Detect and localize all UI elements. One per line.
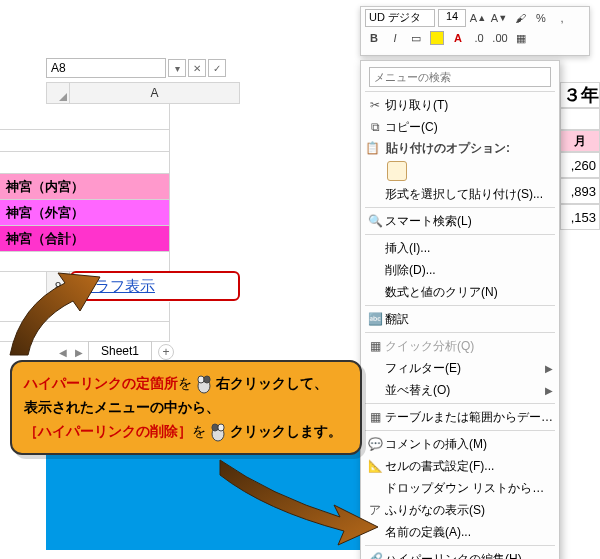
- percent-button[interactable]: %: [532, 9, 550, 27]
- menu-insert[interactable]: 挿入(I)...: [361, 237, 559, 259]
- format-painter-icon[interactable]: 🖌: [511, 9, 529, 27]
- menu-insert-comment[interactable]: 💬コメントの挿入(M): [361, 433, 559, 455]
- instruction-callout: ハイパーリンクの定箇所を 右クリックして、 表示されたメニューの中から、 ［ハイ…: [10, 360, 362, 455]
- decrease-decimal-button[interactable]: .0: [470, 29, 488, 47]
- callout-l1-red: ハイパーリンクの定箇所: [24, 375, 178, 391]
- column-header-a[interactable]: A: [70, 82, 240, 104]
- font-name-dropdown[interactable]: UD デジタ: [365, 9, 435, 27]
- add-sheet-button[interactable]: +: [158, 344, 174, 360]
- comment-icon: 💬: [365, 435, 385, 453]
- cancel-formula-icon[interactable]: ✕: [188, 59, 206, 77]
- year-title-fragment: ３年: [560, 82, 600, 108]
- menu-edit-hyperlink[interactable]: 🔗ハイパーリンクの編集(H)...: [361, 548, 559, 559]
- increase-font-button[interactable]: A▲: [469, 9, 487, 27]
- value-row-5: ,893: [560, 178, 600, 204]
- callout-l2: 表示されたメニューの中から、: [24, 396, 348, 420]
- sheet-prev-icon[interactable]: ◀: [56, 345, 70, 359]
- menu-pick-list[interactable]: ドロップダウン リストから選択(K)...: [361, 477, 559, 499]
- increase-decimal-button[interactable]: .00: [491, 29, 509, 47]
- value-row-6: ,153: [560, 204, 600, 230]
- search-icon: 🔍: [365, 212, 385, 230]
- phonetic-icon: ア: [365, 501, 385, 519]
- scissors-icon: ✂: [365, 96, 385, 114]
- analysis-icon: ▦: [365, 337, 385, 355]
- callout-l3-red: ［ハイパーリンクの削除］: [24, 423, 192, 439]
- name-box[interactable]: A8: [46, 58, 166, 78]
- table-icon: ▦: [365, 408, 385, 426]
- cell-a6[interactable]: 神宮（合計）: [0, 226, 170, 252]
- name-box-dropdown-icon[interactable]: ▾: [168, 59, 186, 77]
- cell-a10[interactable]: [0, 322, 170, 342]
- svg-rect-4: [212, 424, 218, 431]
- hyperlink-text: グラフ表示: [80, 277, 155, 296]
- svg-rect-2: [204, 376, 210, 383]
- cell-a4[interactable]: 神宮（内宮）: [0, 174, 170, 200]
- menu-cut[interactable]: ✂切り取り(T): [361, 94, 559, 116]
- svg-rect-1: [198, 376, 204, 383]
- enter-formula-icon[interactable]: ✓: [208, 59, 226, 77]
- select-all-triangle[interactable]: [46, 82, 70, 104]
- cell-a8-hyperlink[interactable]: グラフ表示: [70, 271, 240, 301]
- comma-button[interactable]: ,: [553, 9, 571, 27]
- menu-define-name[interactable]: 名前の定義(A)...: [361, 521, 559, 543]
- format-button[interactable]: ▦: [512, 29, 530, 47]
- translate-icon: 🔤: [365, 310, 385, 328]
- month-header: 月: [560, 130, 600, 152]
- sheet-next-icon[interactable]: ▶: [72, 345, 86, 359]
- fill-color-button[interactable]: [428, 29, 446, 47]
- menu-sort[interactable]: 並べ替え(O)▶: [361, 379, 559, 401]
- menu-quick-analysis: ▦クイック分析(Q): [361, 335, 559, 357]
- mini-toolbar: UD デジタ 14 A▲ A▼ 🖌 % , B I ▭ A .0 .00 ▦: [360, 6, 590, 56]
- mouse-left-icon: [210, 422, 226, 442]
- border-button[interactable]: ▭: [407, 29, 425, 47]
- menu-filter[interactable]: フィルター(E)▶: [361, 357, 559, 379]
- font-color-button[interactable]: A: [449, 29, 467, 47]
- row-header-8[interactable]: 8: [46, 272, 70, 302]
- clipboard-icon: 📋: [365, 141, 380, 155]
- cell-a1[interactable]: [0, 104, 170, 130]
- cell-a2[interactable]: [0, 130, 170, 152]
- menu-paste-special[interactable]: 形式を選択して貼り付け(S)...: [361, 183, 559, 205]
- format-icon: 📐: [365, 457, 385, 475]
- menu-translate[interactable]: 🔤翻訳: [361, 308, 559, 330]
- menu-get-data[interactable]: ▦テーブルまたは範囲からデータを...: [361, 406, 559, 428]
- menu-copy[interactable]: ⧉コピー(C): [361, 116, 559, 138]
- menu-clear[interactable]: 数式と値のクリア(N): [361, 281, 559, 303]
- menu-show-phonetic[interactable]: アふりがなの表示(S): [361, 499, 559, 521]
- font-size-dropdown[interactable]: 14: [438, 9, 466, 27]
- cell-a5[interactable]: 神宮（外宮）: [0, 200, 170, 226]
- italic-button[interactable]: I: [386, 29, 404, 47]
- menu-format-cells[interactable]: 📐セルの書式設定(F)...: [361, 455, 559, 477]
- paste-options-header: 📋貼り付けのオプション:: [361, 138, 559, 159]
- cell-a3[interactable]: [0, 152, 170, 174]
- cell-a7[interactable]: [0, 252, 170, 272]
- decrease-font-button[interactable]: A▼: [490, 9, 508, 27]
- menu-delete[interactable]: 削除(D)...: [361, 259, 559, 281]
- mouse-right-icon: [196, 374, 212, 394]
- svg-rect-5: [218, 424, 224, 431]
- copy-icon: ⧉: [365, 118, 385, 136]
- cell-a9[interactable]: [0, 302, 170, 322]
- value-row-4: ,260: [560, 152, 600, 178]
- menu-search-input[interactable]: [369, 67, 551, 87]
- paste-option-1[interactable]: [387, 161, 407, 181]
- link-icon: 🔗: [365, 550, 385, 559]
- menu-smart-lookup[interactable]: 🔍スマート検索(L): [361, 210, 559, 232]
- context-menu: ✂切り取り(T) ⧉コピー(C) 📋貼り付けのオプション: 形式を選択して貼り付…: [360, 60, 560, 559]
- bold-button[interactable]: B: [365, 29, 383, 47]
